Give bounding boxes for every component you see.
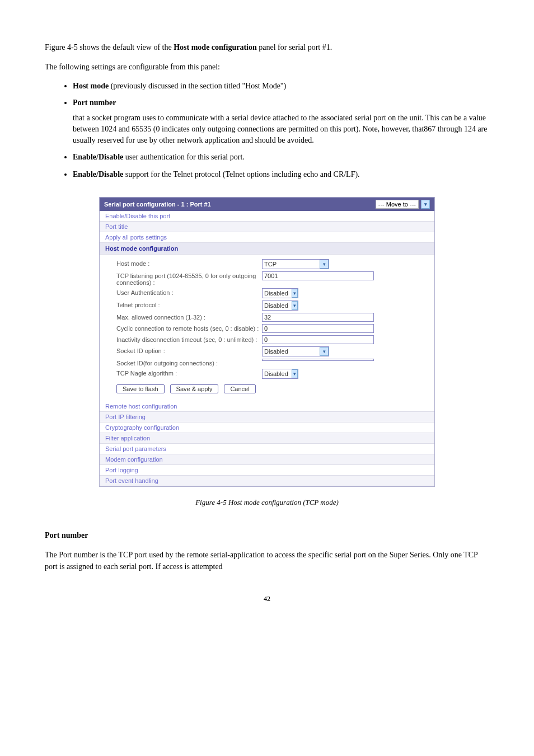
tcp-port-input[interactable]: 7001 xyxy=(262,271,374,280)
panel-title: Serial port configuration - 1 : Port #1 xyxy=(104,201,211,208)
feature-list: Host mode (previously discussed in the s… xyxy=(73,81,489,180)
nav-row[interactable]: Port logging xyxy=(100,465,434,476)
config-screenshot: Serial port configuration - 1 : Port #1 … xyxy=(99,197,435,487)
field-label: Socket ID option : xyxy=(116,346,262,354)
nav-row[interactable]: Enable/Disable this port xyxy=(100,211,434,222)
field-label: TCP listening port (1024-65535, 0 for on… xyxy=(116,271,262,286)
save-apply-button[interactable]: Save & apply xyxy=(170,384,219,393)
post-paragraph: The Port number is the TCP port used by … xyxy=(45,549,489,572)
chevron-down-icon[interactable]: ▾ xyxy=(421,200,430,209)
field-label: Max. allowed connection (1-32) : xyxy=(116,313,262,321)
user-auth-select[interactable]: Disabled ▾ xyxy=(262,288,298,298)
nav-row[interactable]: Apply all ports settings xyxy=(100,232,434,243)
max-conn-input[interactable]: 32 xyxy=(262,313,374,322)
page-number: 42 xyxy=(45,595,489,603)
nav-row[interactable]: Modem configuration xyxy=(100,454,434,465)
nav-row[interactable]: Port IP filtering xyxy=(100,412,434,422)
field-label: Socket ID(for outgoing connections) : xyxy=(116,359,262,367)
figure-caption: Figure 4-5 Host mode configuration (TCP … xyxy=(45,498,489,507)
chevron-down-icon[interactable]: ▾ xyxy=(320,347,329,356)
field-label: Telnet protocol : xyxy=(116,300,262,308)
chevron-down-icon[interactable]: ▾ xyxy=(292,301,298,310)
socket-id-select[interactable]: Disabled ▾ xyxy=(262,346,329,356)
host-mode-select[interactable]: TCP ▾ xyxy=(262,259,329,269)
nav-row[interactable]: Filter application xyxy=(100,433,434,444)
cyclic-conn-input[interactable]: 0 xyxy=(262,324,374,333)
nav-row[interactable]: Port event handling xyxy=(100,476,434,486)
post-heading: Port number xyxy=(45,529,489,541)
feature-item: Port number that a socket program uses t… xyxy=(73,97,489,146)
feature-item: Host mode (previously discussed in the s… xyxy=(73,81,489,92)
nav-row[interactable]: Remote host configuration xyxy=(100,401,434,412)
feature-item: Enable/Disable user authentication for t… xyxy=(73,152,489,163)
section-heading: Host mode configuration xyxy=(100,243,434,255)
telnet-select[interactable]: Disabled ▾ xyxy=(262,300,298,311)
field-label: User Authentication : xyxy=(116,288,262,296)
field-label: Cyclic connection to remote hosts (sec, … xyxy=(116,324,262,332)
features-heading: The following settings are configurable … xyxy=(45,61,489,73)
nagle-select[interactable]: Disabled ▾ xyxy=(262,369,298,379)
panel-header: Serial port configuration - 1 : Port #1 … xyxy=(100,198,434,211)
inactivity-input[interactable]: 0 xyxy=(262,335,374,344)
socket-id-input[interactable] xyxy=(262,359,374,361)
cancel-button[interactable]: Cancel xyxy=(224,384,255,393)
feature-item: Enable/Disable support for the Telnet pr… xyxy=(73,169,489,180)
chevron-down-icon[interactable]: ▾ xyxy=(292,369,298,378)
field-label: Inactivity disconnection timeout (sec, 0… xyxy=(116,335,262,343)
nav-row[interactable]: Port title xyxy=(100,222,434,232)
move-to-select[interactable]: --- Move to --- xyxy=(376,200,419,209)
chevron-down-icon[interactable]: ▾ xyxy=(292,289,298,298)
chevron-down-icon[interactable]: ▾ xyxy=(320,260,329,269)
intro-line: Figure 4-5 shows the default view of the… xyxy=(45,41,489,53)
save-to-flash-button[interactable]: Save to flash xyxy=(116,384,165,393)
nav-row[interactable]: Serial port parameters xyxy=(100,444,434,454)
field-label: Host mode : xyxy=(116,259,262,267)
field-label: TCP Nagle algorithm : xyxy=(116,369,262,377)
nav-row[interactable]: Cryptography configuration xyxy=(100,422,434,433)
